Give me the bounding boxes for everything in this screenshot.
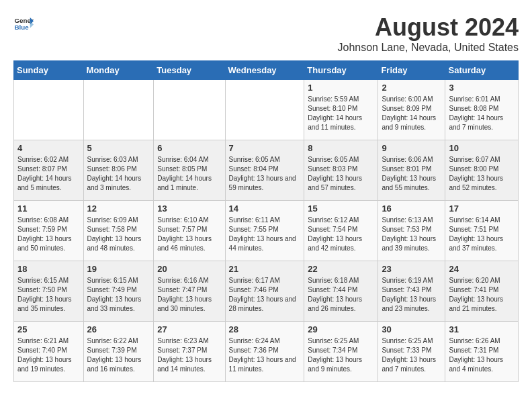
day-info: Sunrise: 6:14 AMSunset: 7:51 PMDaylight:…: [449, 216, 515, 253]
day-number: 9: [382, 143, 441, 153]
calendar-day-cell: 16Sunrise: 6:13 AMSunset: 7:53 PMDayligh…: [378, 201, 445, 261]
day-number: 15: [308, 203, 374, 214]
day-number: 20: [157, 264, 221, 274]
calendar-day-cell: 22Sunrise: 6:18 AMSunset: 7:44 PMDayligh…: [304, 261, 378, 322]
day-info: Sunrise: 6:07 AMSunset: 8:00 PMDaylight:…: [449, 155, 515, 193]
day-number: 21: [229, 264, 301, 274]
day-number: 16: [382, 203, 441, 214]
day-info: Sunrise: 6:21 AMSunset: 7:40 PMDaylight:…: [17, 336, 80, 374]
day-number: 12: [87, 203, 150, 214]
day-number: 7: [229, 143, 301, 153]
day-info: Sunrise: 6:16 AMSunset: 7:47 PMDaylight:…: [157, 276, 221, 314]
calendar-day-cell: 18Sunrise: 6:15 AMSunset: 7:50 PMDayligh…: [14, 261, 84, 322]
day-number: 3: [449, 83, 515, 93]
page-title: August 2024: [337, 13, 519, 42]
day-number: 11: [17, 203, 80, 214]
day-info: Sunrise: 6:04 AMSunset: 8:05 PMDaylight:…: [157, 155, 221, 193]
calendar-day-cell: 13Sunrise: 6:10 AMSunset: 7:57 PMDayligh…: [154, 201, 225, 261]
calendar-day-cell: 26Sunrise: 6:22 AMSunset: 7:39 PMDayligh…: [83, 322, 154, 382]
calendar-week-row: 4Sunrise: 6:02 AMSunset: 8:07 PMDaylight…: [14, 140, 519, 201]
calendar-day-cell: 24Sunrise: 6:20 AMSunset: 7:41 PMDayligh…: [445, 261, 519, 322]
day-info: Sunrise: 6:13 AMSunset: 7:53 PMDaylight:…: [382, 216, 441, 253]
day-info: Sunrise: 5:59 AMSunset: 8:10 PMDaylight:…: [308, 95, 374, 132]
calendar-day-cell: 4Sunrise: 6:02 AMSunset: 8:07 PMDaylight…: [14, 140, 84, 201]
day-info: Sunrise: 6:05 AMSunset: 8:04 PMDaylight:…: [229, 155, 301, 193]
calendar-day-cell: 9Sunrise: 6:06 AMSunset: 8:01 PMDaylight…: [378, 140, 445, 201]
day-info: Sunrise: 6:15 AMSunset: 7:49 PMDaylight:…: [87, 276, 150, 314]
day-info: Sunrise: 6:00 AMSunset: 8:09 PMDaylight:…: [382, 95, 441, 132]
calendar-day-cell: 28Sunrise: 6:24 AMSunset: 7:36 PMDayligh…: [225, 322, 304, 382]
calendar-day-cell: 11Sunrise: 6:08 AMSunset: 7:59 PMDayligh…: [14, 201, 84, 261]
header-thursday: Thursday: [304, 61, 378, 80]
calendar-day-cell: 27Sunrise: 6:23 AMSunset: 7:37 PMDayligh…: [154, 322, 225, 382]
calendar-week-row: 25Sunrise: 6:21 AMSunset: 7:40 PMDayligh…: [14, 322, 519, 382]
calendar-week-row: 1Sunrise: 5:59 AMSunset: 8:10 PMDaylight…: [14, 80, 519, 140]
calendar-day-cell: 10Sunrise: 6:07 AMSunset: 8:00 PMDayligh…: [445, 140, 519, 201]
header-tuesday: Tuesday: [154, 61, 225, 80]
day-info: Sunrise: 6:24 AMSunset: 7:36 PMDaylight:…: [229, 336, 301, 374]
calendar-day-cell: [83, 80, 154, 140]
calendar-day-cell: 21Sunrise: 6:17 AMSunset: 7:46 PMDayligh…: [225, 261, 304, 322]
calendar-week-row: 11Sunrise: 6:08 AMSunset: 7:59 PMDayligh…: [14, 201, 519, 261]
header-wednesday: Wednesday: [225, 61, 304, 80]
day-info: Sunrise: 6:18 AMSunset: 7:44 PMDaylight:…: [308, 276, 374, 314]
day-info: Sunrise: 6:08 AMSunset: 7:59 PMDaylight:…: [17, 216, 80, 253]
calendar-week-row: 18Sunrise: 6:15 AMSunset: 7:50 PMDayligh…: [14, 261, 519, 322]
day-info: Sunrise: 6:03 AMSunset: 8:06 PMDaylight:…: [87, 155, 150, 193]
day-info: Sunrise: 6:17 AMSunset: 7:46 PMDaylight:…: [229, 276, 301, 314]
calendar-day-cell: 31Sunrise: 6:26 AMSunset: 7:31 PMDayligh…: [445, 322, 519, 382]
calendar-day-cell: 19Sunrise: 6:15 AMSunset: 7:49 PMDayligh…: [83, 261, 154, 322]
day-info: Sunrise: 6:23 AMSunset: 7:37 PMDaylight:…: [157, 336, 221, 374]
day-number: 18: [17, 264, 80, 274]
calendar-day-cell: 25Sunrise: 6:21 AMSunset: 7:40 PMDayligh…: [14, 322, 84, 382]
day-info: Sunrise: 6:02 AMSunset: 8:07 PMDaylight:…: [17, 155, 80, 193]
calendar-day-cell: 15Sunrise: 6:12 AMSunset: 7:54 PMDayligh…: [304, 201, 378, 261]
svg-text:Blue: Blue: [15, 24, 30, 31]
calendar-day-cell: 23Sunrise: 6:19 AMSunset: 7:43 PMDayligh…: [378, 261, 445, 322]
calendar-day-cell: [14, 80, 84, 140]
day-number: 1: [308, 83, 374, 93]
calendar-day-cell: 3Sunrise: 6:01 AMSunset: 8:08 PMDaylight…: [445, 80, 519, 140]
header-sunday: Sunday: [14, 61, 84, 80]
day-number: 17: [449, 203, 515, 214]
logo: General Blue: [13, 13, 34, 34]
day-number: 28: [229, 324, 301, 334]
day-number: 23: [382, 264, 441, 274]
day-number: 14: [229, 203, 301, 214]
day-info: Sunrise: 6:09 AMSunset: 7:58 PMDaylight:…: [87, 216, 150, 253]
calendar-day-cell: [154, 80, 225, 140]
calendar-day-cell: 2Sunrise: 6:00 AMSunset: 8:09 PMDaylight…: [378, 80, 445, 140]
day-info: Sunrise: 6:22 AMSunset: 7:39 PMDaylight:…: [87, 336, 150, 374]
day-info: Sunrise: 6:15 AMSunset: 7:50 PMDaylight:…: [17, 276, 80, 314]
day-number: 25: [17, 324, 80, 334]
day-number: 6: [157, 143, 221, 153]
header-monday: Monday: [83, 61, 154, 80]
page-subtitle: Johnson Lane, Nevada, United States: [337, 42, 519, 54]
calendar-day-cell: [225, 80, 304, 140]
calendar-day-cell: 5Sunrise: 6:03 AMSunset: 8:06 PMDaylight…: [83, 140, 154, 201]
header-friday: Friday: [378, 61, 445, 80]
header-saturday: Saturday: [445, 61, 519, 80]
day-info: Sunrise: 6:01 AMSunset: 8:08 PMDaylight:…: [449, 95, 515, 132]
calendar-day-cell: 12Sunrise: 6:09 AMSunset: 7:58 PMDayligh…: [83, 201, 154, 261]
day-number: 29: [308, 324, 374, 334]
day-number: 24: [449, 264, 515, 274]
logo-icon: General Blue: [13, 13, 34, 34]
calendar-day-cell: 29Sunrise: 6:25 AMSunset: 7:34 PMDayligh…: [304, 322, 378, 382]
day-number: 27: [157, 324, 221, 334]
calendar-day-cell: 20Sunrise: 6:16 AMSunset: 7:47 PMDayligh…: [154, 261, 225, 322]
calendar-day-cell: 7Sunrise: 6:05 AMSunset: 8:04 PMDaylight…: [225, 140, 304, 201]
day-number: 10: [449, 143, 515, 153]
day-number: 13: [157, 203, 221, 214]
title-area: August 2024 Johnson Lane, Nevada, United…: [337, 13, 519, 54]
page-header: General Blue August 2024 Johnson Lane, N…: [13, 13, 519, 54]
day-info: Sunrise: 6:19 AMSunset: 7:43 PMDaylight:…: [382, 276, 441, 314]
calendar-day-cell: 6Sunrise: 6:04 AMSunset: 8:05 PMDaylight…: [154, 140, 225, 201]
day-info: Sunrise: 6:20 AMSunset: 7:41 PMDaylight:…: [449, 276, 515, 314]
calendar-header-row: Sunday Monday Tuesday Wednesday Thursday…: [14, 61, 519, 80]
day-info: Sunrise: 6:05 AMSunset: 8:03 PMDaylight:…: [308, 155, 374, 193]
day-number: 31: [449, 324, 515, 334]
day-info: Sunrise: 6:06 AMSunset: 8:01 PMDaylight:…: [382, 155, 441, 193]
day-info: Sunrise: 6:12 AMSunset: 7:54 PMDaylight:…: [308, 216, 374, 253]
calendar-day-cell: 1Sunrise: 5:59 AMSunset: 8:10 PMDaylight…: [304, 80, 378, 140]
